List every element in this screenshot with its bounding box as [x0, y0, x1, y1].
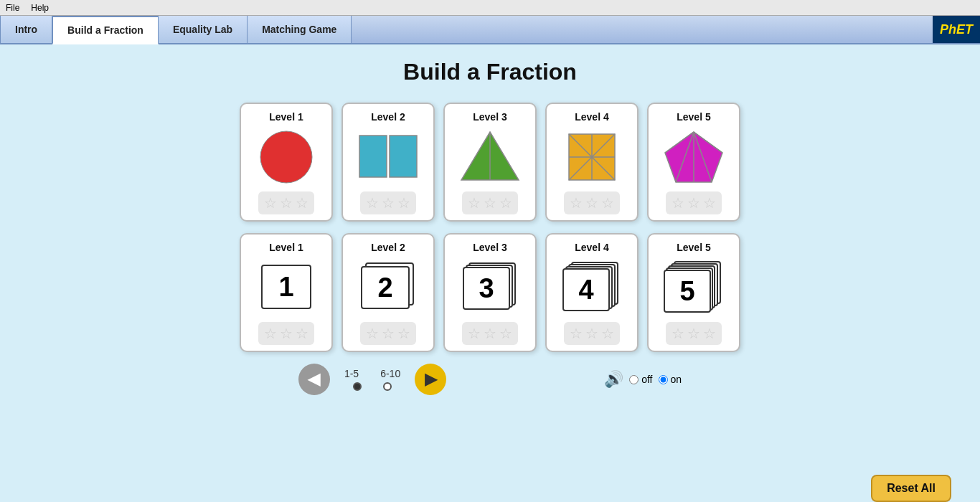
shape-level-5-shape [658, 128, 730, 186]
sound-on-label[interactable]: on [659, 374, 682, 385]
prev-button[interactable]: ◀ [298, 364, 330, 395]
shape-level-4-label: Level 4 [575, 111, 608, 123]
shape-level-2-label: Level 2 [371, 111, 405, 123]
file-menu[interactable]: File [6, 3, 19, 13]
page-labels: 1-5 6-10 [344, 368, 400, 379]
svg-rect-1 [359, 136, 387, 177]
help-menu[interactable]: Help [31, 3, 49, 13]
tab-matching-game[interactable]: Matching Game [248, 16, 352, 43]
svg-point-0 [260, 131, 312, 183]
sound-on-text: on [671, 374, 682, 385]
num-level-4-card[interactable]: Level 4 4 ☆ ☆ ☆ [545, 233, 639, 352]
num-level-5-shape: 5 [658, 259, 730, 316]
shape-level-2-card[interactable]: Level 2 ☆ ☆ ☆ [341, 103, 435, 222]
num-level-2-card[interactable]: Level 2 2 ☆ ☆ ☆ [341, 233, 435, 352]
shape-levels-row: Level 1 ☆ ☆ ☆ Level 2 ☆ [14, 103, 966, 222]
main-content: Build a Fraction Level 1 ☆ ☆ ☆ Level 2 [0, 44, 980, 502]
shape-level-4-stars: ☆ ☆ ☆ [564, 191, 620, 214]
sound-off-text: off [641, 374, 652, 385]
reset-all-button[interactable]: Reset All [871, 475, 951, 502]
shape-level-1-card[interactable]: Level 1 ☆ ☆ ☆ [240, 103, 333, 222]
num-level-2-shape: 2 [352, 259, 424, 316]
shape-level-3-shape [454, 128, 526, 186]
page-dot-1[interactable] [353, 382, 362, 391]
num-level-3-card[interactable]: Level 3 3 ☆ ☆ ☆ [443, 233, 537, 352]
num-level-2-stars: ☆ ☆ ☆ [360, 322, 416, 345]
num-level-4-label: Level 4 [575, 242, 608, 253]
tab-equality-lab[interactable]: Equality Lab [159, 16, 248, 43]
shape-level-1-stars: ☆ ☆ ☆ [258, 191, 314, 214]
tab-bar: Intro Build a Fraction Equality Lab Matc… [0, 16, 980, 44]
num-level-3-shape: 3 [454, 259, 526, 316]
num-level-5-label: Level 5 [677, 242, 710, 253]
shape-level-3-label: Level 3 [473, 111, 507, 123]
tab-build-a-fraction[interactable]: Build a Fraction [52, 16, 159, 44]
bottom-bar: ◀ 1-5 6-10 ▶ 🔊 off on [14, 364, 966, 395]
shape-level-1-label: Level 1 [269, 111, 303, 123]
page-title: Build a Fraction [14, 59, 966, 85]
num-level-3-stars: ☆ ☆ ☆ [462, 322, 518, 345]
shape-level-5-label: Level 5 [677, 111, 710, 123]
page-label-2: 6-10 [380, 368, 400, 379]
page-dot-2[interactable] [383, 382, 392, 391]
number-levels-row: Level 1 1 ☆ ☆ ☆ Level 2 2 ☆ [14, 233, 966, 352]
shape-level-1-shape [250, 128, 322, 186]
num-level-4-stars: ☆ ☆ ☆ [564, 322, 620, 345]
sound-off-radio[interactable] [629, 375, 639, 384]
num-level-1-stars: ☆ ☆ ☆ [258, 322, 314, 345]
shape-level-3-stars: ☆ ☆ ☆ [462, 191, 518, 214]
page-indicators: 1-5 6-10 [344, 368, 400, 391]
num-level-4-shape: 4 [556, 259, 628, 316]
shape-level-3-card[interactable]: Level 3 ☆ ☆ ☆ [443, 103, 537, 222]
tab-intro[interactable]: Intro [0, 16, 52, 43]
sound-on-radio[interactable] [659, 375, 668, 384]
menu-bar: File Help [0, 0, 980, 16]
sound-icon: 🔊 [604, 370, 623, 389]
shape-level-2-shape [352, 128, 424, 186]
svg-rect-2 [390, 136, 417, 177]
num-level-2-label: Level 2 [371, 242, 405, 253]
num-level-1-label: Level 1 [269, 242, 303, 253]
num-level-5-stars: ☆ ☆ ☆ [666, 322, 722, 345]
shape-level-4-card[interactable]: Level 4 ☆ ☆ ☆ [545, 103, 639, 222]
sound-controls: 🔊 off on [604, 370, 682, 389]
num-level-5-card[interactable]: Level 5 5 ☆ ☆ ☆ [647, 233, 740, 352]
phet-logo: PhET [933, 16, 980, 43]
shape-level-5-stars: ☆ ☆ ☆ [666, 191, 722, 214]
num-level-1-card[interactable]: Level 1 1 ☆ ☆ ☆ [240, 233, 333, 352]
page-label-1: 1-5 [344, 368, 359, 379]
next-button[interactable]: ▶ [415, 364, 446, 395]
page-dots [353, 382, 392, 391]
shape-level-5-card[interactable]: Level 5 ☆ ☆ ☆ [647, 103, 740, 222]
sound-off-label[interactable]: off [629, 374, 652, 385]
num-level-3-label: Level 3 [473, 242, 507, 253]
shape-level-4-shape [556, 128, 628, 186]
shape-level-2-stars: ☆ ☆ ☆ [360, 191, 416, 214]
num-level-1-shape: 1 [250, 259, 322, 316]
